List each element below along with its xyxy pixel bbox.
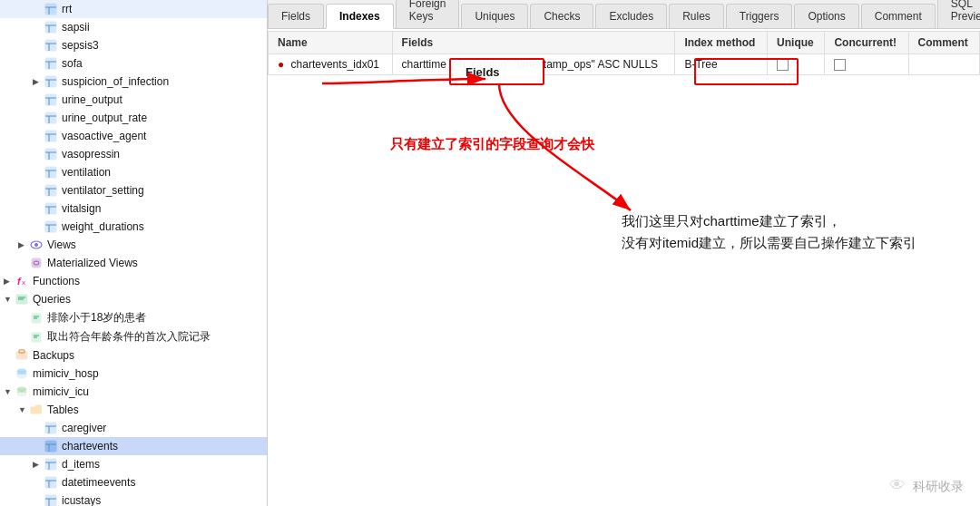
sidebar-item-mimiciv-icu[interactable]: ▼ mimiciv_icu [0,383,267,401]
sidebar-item-sepsis3[interactable]: sepsis3 [0,36,267,54]
query-icon [29,330,44,345]
svg-rect-3 [45,22,56,33]
sidebar-item-chartevents[interactable]: chartevents [0,437,267,455]
sidebar-label: datetimeevents [62,476,135,489]
sidebar-item-views[interactable]: ▶ Views [0,236,267,254]
sidebar-label: vasoactive_agent [62,130,146,142]
tab-rules[interactable]: Rules [669,4,724,28]
table-icon [44,56,58,71]
svg-text:x: x [22,278,25,287]
annotation-black-text: 我们这里只对charttime建立了索引， 没有对itemid建立，所以需要自己… [622,210,916,254]
sidebar-item-vasoactive-agent[interactable]: vasoactive_agent [0,127,267,145]
annotation-red-text: 只有建立了索引的字段查询才会快 [390,136,594,153]
tab-indexes[interactable]: Indexes [326,4,394,29]
sidebar-label: chartevents [62,440,118,452]
sidebar-label: sofa [62,57,83,70]
sidebar-label: caregiver [62,422,106,434]
sidebar-item-tables-folder[interactable]: ▼ Tables [0,401,267,419]
function-icon: fx [15,274,29,288]
sidebar-item-suspicion[interactable]: ▶ suspicion_of_infection [0,73,267,91]
col-header-index-method: Index method [675,32,768,54]
tab-uniques[interactable]: Uniques [461,4,528,28]
svg-rect-24 [45,149,56,160]
sidebar-label: weight_durations [62,220,144,233]
sidebar-label: mimiciv_hosp [33,367,99,380]
sidebar-label: vitalsign [62,202,101,215]
sidebar-label: suspicion_of_infection [62,75,169,88]
sidebar-item-urine-output[interactable]: urine_output [0,91,267,109]
sidebar-label: urine_output [62,93,122,106]
sidebar-label: d_items [62,458,100,471]
cell-unique [768,54,825,75]
sidebar-item-caregiver[interactable]: caregiver [0,419,267,437]
sidebar-item-query2[interactable]: 取出符合年龄条件的首次入院记录 [0,327,267,346]
table-icon [44,421,58,435]
sidebar-label: Tables [47,404,79,416]
sidebar-label: urine_output_rate [62,112,147,124]
backup-icon [15,348,29,363]
sidebar-item-queries[interactable]: ▼ Queries [0,290,267,308]
sidebar-label: Views [47,238,76,251]
tab-excludes[interactable]: Excludes [595,4,667,28]
tab-comment[interactable]: Comment [861,4,936,28]
svg-rect-12 [45,76,56,87]
sidebar-item-icustays[interactable]: icustays [0,491,267,506]
svg-rect-63 [45,441,56,452]
tab-triggers[interactable]: Triggers [726,4,793,28]
sidebar-item-d-items[interactable]: ▶ d_items [0,455,267,473]
sidebar-label: Functions [33,275,80,287]
table-icon [44,439,58,453]
table-row[interactable]: ● chartevents_idx01 charttime "pg_catalo… [269,54,980,75]
sidebar-item-vitalsign[interactable]: vitalsign [0,199,267,218]
tab-foreign-keys[interactable]: Foreign Keys [396,0,460,28]
sidebar-item-backups[interactable]: Backups [0,346,267,365]
cell-comment [908,54,979,75]
sidebar-item-mimiciv-hosp[interactable]: mimiciv_hosp [0,365,267,383]
sidebar-item-urine-output-rate[interactable]: urine_output_rate [0,109,267,127]
index-table-container: Name Fields Index method Unique Concurre… [268,29,980,75]
matview-icon [29,256,44,270]
database-icon [15,366,29,381]
sidebar-item-ventilator-setting[interactable]: ventilator_setting [0,181,267,199]
sidebar-label: Queries [33,293,71,306]
table-icon [44,92,58,107]
sidebar-item-query1[interactable]: 排除小于18岁的患者 [0,308,267,327]
concurrent-checkbox[interactable] [834,59,846,71]
table-icon [44,165,58,180]
sidebar-label: 排除小于18岁的患者 [47,310,146,326]
sidebar-item-sofa[interactable]: sofa [0,54,267,73]
tab-checks[interactable]: Checks [530,4,593,28]
sidebar-label: 取出符合年龄条件的首次入院记录 [47,329,211,345]
svg-rect-72 [45,495,56,506]
table-icon [44,147,58,161]
tab-options[interactable]: Options [794,4,858,28]
svg-point-40 [34,243,38,247]
unique-checkbox[interactable] [777,59,789,71]
svg-rect-69 [45,477,56,488]
sidebar-item-functions[interactable]: ▶ fx Functions [0,272,267,290]
sidebar-item-sapsii[interactable]: sapsii [0,18,267,36]
table-icon [44,201,58,216]
tab-sql-preview[interactable]: SQL Preview [937,0,980,28]
svg-rect-6 [45,40,56,51]
sidebar-item-vasopressin[interactable]: vasopressin [0,145,267,163]
table-icon [44,183,58,198]
sidebar-item-materialized-views[interactable]: Materialized Views [0,254,267,272]
cell-fields: charttime "pg_catalog"."timestamp_ops" A… [392,54,675,75]
svg-rect-27 [45,167,56,178]
sidebar-item-ventilation[interactable]: ventilation [0,163,267,181]
sidebar-item-datetimeevents[interactable]: datetimeevents [0,473,267,491]
col-header-unique: Unique [768,32,825,54]
table-icon [44,493,58,506]
tab-fields[interactable]: Fields [268,4,324,28]
col-header-fields: Fields [392,32,675,54]
annotation-overlay: Fields 只有建立了索引的字段查询才会快 我们这里只对charttime建立… [268,29,980,506]
svg-rect-36 [45,221,56,232]
watermark: 👁 科研收录 [889,476,964,495]
content-area: Name Fields Index method Unique Concurre… [268,29,980,506]
sidebar-label: Backups [33,349,74,362]
col-header-comment: Comment [908,32,979,54]
sidebar-item-weight-durations[interactable]: weight_durations [0,218,267,236]
table-icon [44,2,58,16]
sidebar-item-rrt[interactable]: rrt [0,0,267,18]
